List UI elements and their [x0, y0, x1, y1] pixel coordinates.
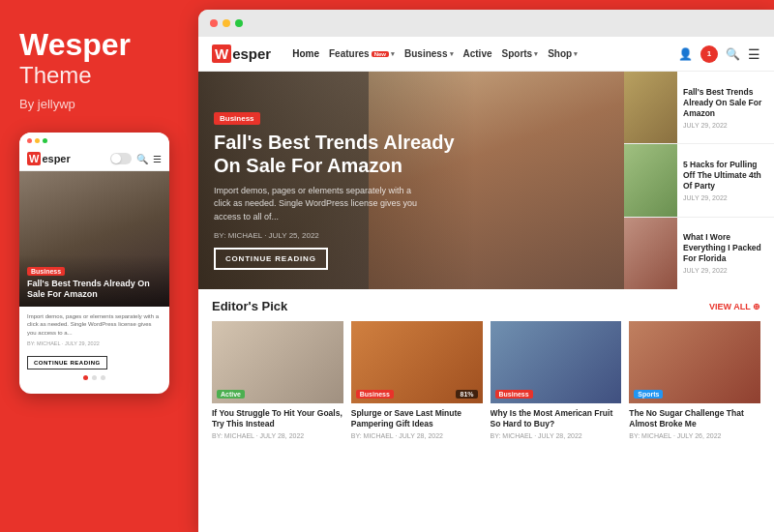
business-chevron: ▾ — [450, 50, 454, 58]
chrome-close-dot[interactable] — [210, 19, 218, 27]
site-nav: W esper Home Features New ▾ Business ▾ A… — [198, 37, 774, 72]
mobile-meta: BY: MICHAEL · JULY 29, 2022 — [27, 340, 162, 346]
nav-links: Home Features New ▾ Business ▾ Active Sp… — [292, 48, 665, 59]
editor-card-3-title: Why Is the Most American Fruit So Hard t… — [491, 408, 622, 429]
sports-chevron: ▾ — [534, 50, 538, 58]
mobile-page-dot-3[interactable] — [101, 375, 105, 380]
editor-card-2-title: Splurge or Save Last Minute Pampering Gi… — [351, 408, 483, 429]
site-logo: W esper — [212, 44, 271, 63]
side-article-2-date: JULY 29, 2022 — [683, 194, 768, 201]
chrome-maximize-dot[interactable] — [235, 19, 243, 27]
editor-card-4-title: The No Sugar Challenge That Almost Broke… — [629, 408, 760, 429]
mobile-pagination — [27, 375, 162, 380]
editor-card-1-badge: Active — [217, 390, 245, 399]
editor-card-3[interactable]: Business Why Is the Most American Fruit … — [491, 321, 622, 439]
mobile-hero: Business Fall's Best Trends Already On S… — [19, 171, 169, 307]
editor-card-3-badge: Business — [495, 390, 533, 399]
side-article-3-text: What I Wore Everything I Packed For Flor… — [677, 218, 774, 289]
mobile-hero-overlay: Business Fall's Best Trends Already On S… — [19, 254, 169, 307]
mobile-nav-icons: 🔍 ☰ — [110, 153, 162, 164]
side-article-2-image — [624, 144, 677, 216]
mobile-page-dot-1[interactable] — [83, 375, 88, 380]
browser-panel: W esper Home Features New ▾ Business ▾ A… — [198, 10, 774, 532]
side-article-3-image — [624, 218, 677, 289]
nav-link-shop[interactable]: Shop ▾ — [548, 48, 578, 59]
editor-card-3-image: Business — [491, 321, 622, 403]
browser-content: W esper Home Features New ▾ Business ▾ A… — [198, 37, 774, 532]
user-icon[interactable]: 👤 — [678, 47, 693, 61]
cart-icon[interactable]: 1 — [700, 45, 718, 63]
editor-card-1-title: If You Struggle To Hit Your Goals, Try T… — [212, 408, 343, 429]
mobile-logo-text: esper — [42, 153, 70, 164]
mobile-dark-mode-toggle[interactable] — [110, 153, 132, 164]
nav-link-home[interactable]: Home — [292, 48, 319, 59]
editor-card-4[interactable]: Sports The No Sugar Challenge That Almos… — [629, 321, 760, 439]
mobile-top-bar — [19, 133, 169, 147]
hero-section: Business Fall's Best Trends Already On S… — [198, 72, 774, 289]
mobile-content: Import demos, pages or elements separate… — [19, 307, 169, 386]
mobile-menu-icon[interactable]: ☰ — [153, 154, 162, 164]
side-article-3-title: What I Wore Everything I Packed For Flor… — [683, 232, 768, 264]
editor-card-3-meta: BY: MICHAEL · JULY 28, 2022 — [491, 432, 622, 439]
editor-card-2-meta: BY: MICHAEL · JULY 28, 2022 — [351, 432, 483, 439]
mobile-dots — [27, 138, 47, 143]
mobile-logo: W esper — [27, 152, 71, 165]
hero-meta: BY: MICHAEL · JULY 25, 2022 — [214, 231, 460, 240]
search-icon[interactable]: 🔍 — [726, 47, 740, 61]
shop-chevron: ▾ — [574, 50, 578, 58]
brand-title: Wesper — [19, 29, 169, 60]
editors-header: Editor's Pick VIEW ALL ⊕ — [212, 299, 760, 313]
nav-link-features[interactable]: Features New ▾ — [329, 48, 395, 59]
mobile-preview: W esper 🔍 ☰ Business Fall's Best Trends … — [19, 133, 169, 394]
editors-section: Editor's Pick VIEW ALL ⊕ Active If You S… — [198, 289, 774, 532]
nav-icons: 👤 1 🔍 ☰ — [678, 45, 760, 63]
editors-grid: Active If You Struggle To Hit Your Goals… — [212, 321, 760, 439]
site-logo-w: W — [212, 44, 231, 63]
mobile-logo-w: W — [27, 152, 41, 165]
browser-chrome — [198, 10, 774, 37]
editor-card-2-pct: 81% — [456, 390, 477, 399]
mobile-search-icon[interactable]: 🔍 — [136, 154, 148, 164]
hero-continue-reading-button[interactable]: CONTINUE READING — [214, 248, 328, 270]
mobile-continue-reading-button[interactable]: CONTINUE READING — [27, 356, 107, 369]
brand-theme: Theme — [19, 62, 169, 89]
hero-badge: Business — [214, 112, 260, 125]
mobile-dot-red — [27, 138, 32, 143]
nav-link-sports[interactable]: Sports ▾ — [502, 48, 539, 59]
editor-card-2-badge: Business — [356, 390, 394, 399]
side-article-2-title: 5 Hacks for Pulling Off The Ultimate 4th… — [683, 160, 768, 192]
side-article-2[interactable]: 5 Hacks for Pulling Off The Ultimate 4th… — [624, 144, 774, 217]
side-article-1[interactable]: Fall's Best Trends Already On Sale For A… — [624, 72, 774, 144]
hero-side-articles: Fall's Best Trends Already On Sale For A… — [624, 72, 774, 289]
hero-title: Fall's Best Trends Already On Sale For A… — [214, 131, 456, 177]
mobile-excerpt: Import demos, pages or elements separate… — [27, 312, 162, 337]
side-article-1-title: Fall's Best Trends Already On Sale For A… — [683, 87, 768, 119]
hero-main-image: Business Fall's Best Trends Already On S… — [198, 72, 624, 289]
view-all-link[interactable]: VIEW ALL ⊕ — [709, 302, 760, 311]
mobile-hero-title: Fall's Best Trends Already On Sale For A… — [27, 279, 162, 301]
site-logo-text: esper — [232, 45, 271, 62]
mobile-page-dot-2[interactable] — [92, 375, 97, 380]
side-article-3[interactable]: What I Wore Everything I Packed For Flor… — [624, 218, 774, 289]
features-new-badge: New — [372, 51, 389, 57]
side-article-1-date: JULY 29, 2022 — [683, 122, 768, 129]
mobile-nav: W esper 🔍 ☰ — [19, 147, 169, 171]
brand-by: By jellywp — [19, 97, 169, 111]
side-article-1-image — [624, 72, 677, 143]
nav-link-active[interactable]: Active — [463, 48, 492, 59]
editor-card-2-image: Business 81% — [351, 321, 483, 403]
nav-link-business[interactable]: Business ▾ — [404, 48, 453, 59]
left-panel: Wesper Theme By jellywp W esper 🔍 ☰ — [0, 0, 189, 532]
menu-icon[interactable]: ☰ — [748, 46, 760, 62]
editor-card-1[interactable]: Active If You Struggle To Hit Your Goals… — [212, 321, 343, 439]
mobile-hero-badge: Business — [27, 267, 65, 276]
editor-card-2[interactable]: Business 81% Splurge or Save Last Minute… — [351, 321, 483, 439]
side-article-1-text: Fall's Best Trends Already On Sale For A… — [677, 72, 774, 143]
hero-overlay: Business Fall's Best Trends Already On S… — [198, 72, 475, 289]
editor-card-1-image: Active — [212, 321, 343, 403]
features-chevron: ▾ — [391, 50, 395, 58]
chrome-minimize-dot[interactable] — [223, 19, 230, 27]
editors-title: Editor's Pick — [212, 299, 287, 313]
side-article-2-text: 5 Hacks for Pulling Off The Ultimate 4th… — [677, 144, 774, 216]
mobile-dot-yellow — [35, 138, 40, 143]
